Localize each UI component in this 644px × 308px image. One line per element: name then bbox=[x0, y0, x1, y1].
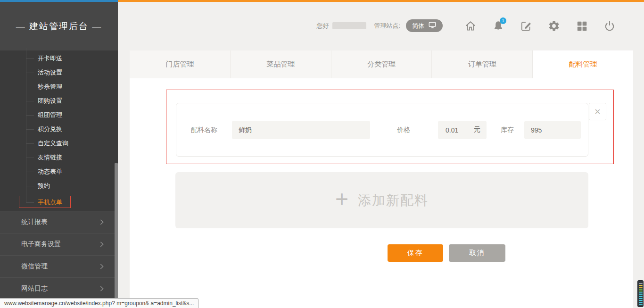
sidebar-item-activity-settings[interactable]: 活动设置 bbox=[0, 66, 118, 80]
tab-dish-management[interactable]: 菜品管理 bbox=[231, 50, 331, 78]
sidebar-item-dynamic-forms[interactable]: 动态表单 bbox=[0, 165, 118, 179]
sidebar-item-card-gift[interactable]: 开卡即送 bbox=[0, 51, 118, 66]
price-unit: 元 bbox=[474, 125, 480, 134]
header-icon-row: 1 bbox=[464, 20, 616, 32]
price-label: 价格 bbox=[397, 126, 410, 134]
sidebar-item-points-exchange[interactable]: 积分兑换 bbox=[0, 122, 118, 136]
tab-order-management[interactable]: 订单管理 bbox=[432, 50, 533, 78]
ingredient-name-input[interactable] bbox=[232, 121, 370, 139]
ingredient-card: 配料名称 价格 元 库存 bbox=[176, 103, 588, 157]
status-bar-url: www.websitemanage.cn/website/index.php? … bbox=[0, 298, 198, 308]
tab-category-management[interactable]: 分类管理 bbox=[331, 50, 432, 78]
price-input[interactable] bbox=[438, 121, 468, 139]
monitor-icon bbox=[428, 21, 437, 31]
remove-ingredient-button[interactable]: × bbox=[589, 103, 606, 120]
add-new-ingredient-button[interactable]: + 添加新配料 bbox=[175, 172, 588, 228]
content-panel: 门店管理 菜品管理 分类管理 订单管理 配料管理 配料名称 价格 元 库存 × bbox=[130, 50, 633, 308]
tab-ingredient-management[interactable]: 配料管理 bbox=[533, 50, 633, 78]
sidebar-group-statistics[interactable]: 统计报表 bbox=[0, 211, 118, 233]
header: 您好 管理站点: 简体 1 bbox=[118, 2, 644, 50]
sidebar-groups: 统计报表 电子商务设置 微信管理 网站日志 bbox=[0, 211, 118, 300]
notification-badge: 1 bbox=[500, 17, 506, 24]
sidebar-item-reservation[interactable]: 预约 bbox=[0, 179, 118, 193]
ingredient-row-highlight: 配料名称 价格 元 库存 × bbox=[166, 90, 614, 164]
apps-grid-icon[interactable] bbox=[576, 20, 588, 32]
bell-icon[interactable]: 1 bbox=[492, 20, 504, 32]
chevron-right-icon bbox=[98, 285, 106, 292]
stock-input[interactable] bbox=[524, 121, 581, 139]
chevron-right-icon bbox=[98, 218, 106, 226]
sidebar: — 建站管理后台 — 开卡即送 活动设置 秒杀管理 团购设置 组团管理 积分兑换… bbox=[0, 2, 118, 308]
ingredient-name-label: 配料名称 bbox=[191, 126, 217, 134]
sidebar-item-friend-links[interactable]: 友情链接 bbox=[0, 150, 118, 165]
activity-meter bbox=[637, 280, 644, 307]
chevron-right-icon bbox=[98, 263, 106, 270]
tab-store-management[interactable]: 门店管理 bbox=[130, 50, 231, 78]
sidebar-item-team-group[interactable]: 组团管理 bbox=[0, 108, 118, 122]
sidebar-item-mobile-ordering[interactable]: 手机点单 bbox=[0, 195, 118, 209]
active-item-highlight-box bbox=[19, 196, 71, 208]
sidebar-item-group-buy-settings[interactable]: 团购设置 bbox=[0, 94, 118, 108]
gear-icon[interactable] bbox=[548, 20, 560, 32]
close-icon: × bbox=[594, 106, 601, 118]
sidebar-submenu: 开卡即送 活动设置 秒杀管理 团购设置 组团管理 积分兑换 自定义查询 友情链接… bbox=[0, 50, 118, 209]
sidebar-item-custom-query[interactable]: 自定义查询 bbox=[0, 136, 118, 150]
add-new-label: 添加新配料 bbox=[358, 191, 429, 209]
sidebar-item-flash-sale[interactable]: 秒杀管理 bbox=[0, 80, 118, 94]
stock-label: 库存 bbox=[501, 126, 514, 134]
sidebar-group-ecommerce-settings[interactable]: 电子商务设置 bbox=[0, 233, 118, 256]
language-label: 简体 bbox=[412, 22, 424, 30]
sidebar-group-site-logs[interactable]: 网站日志 bbox=[0, 278, 118, 300]
chevron-right-icon bbox=[98, 241, 106, 248]
cancel-button[interactable]: 取消 bbox=[449, 244, 505, 262]
plus-icon: + bbox=[335, 188, 348, 210]
username-redacted bbox=[332, 22, 366, 29]
greeting-text: 您好 bbox=[316, 22, 329, 30]
site-label: 管理站点: bbox=[374, 22, 400, 30]
language-pill[interactable]: 简体 bbox=[406, 19, 443, 32]
power-icon[interactable] bbox=[603, 20, 616, 32]
save-button[interactable]: 保存 bbox=[388, 244, 443, 262]
sidebar-scrollbar-thumb[interactable] bbox=[115, 163, 118, 308]
edit-icon[interactable] bbox=[520, 20, 532, 32]
home-icon[interactable] bbox=[464, 20, 477, 32]
tab-bar: 门店管理 菜品管理 分类管理 订单管理 配料管理 bbox=[130, 50, 633, 78]
admin-page: — 建站管理后台 — 开卡即送 活动设置 秒杀管理 团购设置 组团管理 积分兑换… bbox=[0, 0, 644, 308]
price-input-box: 元 bbox=[438, 121, 487, 139]
app-logo: — 建站管理后台 — bbox=[0, 2, 118, 50]
sidebar-group-wechat[interactable]: 微信管理 bbox=[0, 256, 118, 278]
